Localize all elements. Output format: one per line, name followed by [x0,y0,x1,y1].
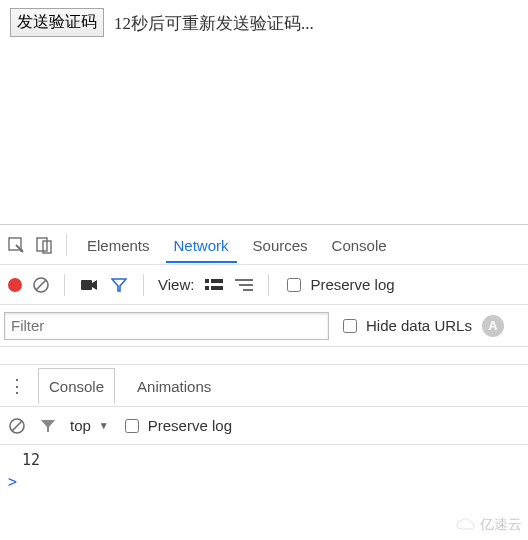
console-toolbar: top ▼ Preserve log [0,407,528,445]
console-prompt[interactable]: > [0,471,528,493]
drawer-tab-animations[interactable]: Animations [127,369,221,403]
preserve-log-checkbox[interactable]: Preserve log [283,275,394,295]
divider [64,274,65,296]
waterfall-icon[interactable] [234,275,254,295]
network-toolbar: View: Preserve log [0,265,528,305]
network-grid-empty [0,347,528,365]
record-icon[interactable] [8,278,22,292]
countdown-text: 12秒后可重新发送验证码... [114,14,314,33]
watermark-text: 亿速云 [480,516,522,534]
svg-rect-9 [211,286,223,290]
drawer-tabs: ⋮ Console Animations [0,365,528,407]
filter-icon[interactable] [109,275,129,295]
camera-icon[interactable] [79,275,99,295]
console-filter-icon[interactable] [38,416,58,436]
console-log-line: 12 [0,449,528,471]
drawer-tab-console[interactable]: Console [38,368,115,404]
kebab-icon[interactable]: ⋮ [8,375,26,397]
large-rows-icon[interactable] [204,275,224,295]
send-code-button[interactable]: 发送验证码 [10,8,104,37]
svg-line-14 [12,421,22,431]
divider [268,274,269,296]
divider [143,274,144,296]
svg-rect-6 [205,279,209,283]
console-context-selector[interactable]: top ▼ [70,417,109,434]
console-context-label: top [70,417,91,434]
svg-rect-7 [211,279,223,283]
devtools-tabbar: Elements Network Sources Console [0,225,528,265]
console-preserve-log-input[interactable] [125,419,139,433]
svg-rect-1 [37,238,47,251]
filter-badge[interactable]: A [482,315,504,337]
hide-data-urls-input[interactable] [343,319,357,333]
clear-icon[interactable] [32,276,50,294]
svg-rect-5 [81,280,92,290]
device-icon[interactable] [34,235,54,255]
filter-input[interactable] [4,312,329,340]
watermark: 亿速云 [456,516,522,534]
svg-rect-12 [243,289,253,291]
preserve-log-label: Preserve log [310,276,394,293]
chevron-down-icon: ▼ [99,420,109,431]
tab-sources[interactable]: Sources [245,227,316,262]
inspect-icon[interactable] [6,235,26,255]
hide-data-urls-checkbox[interactable]: Hide data URLs [339,316,472,336]
devtools-panel: Elements Network Sources Console View: P… [0,224,528,493]
svg-rect-10 [235,279,253,281]
page-content: 发送验证码 12秒后可重新发送验证码... [0,0,528,224]
hide-data-urls-label: Hide data URLs [366,317,472,334]
divider [66,234,67,256]
tab-elements[interactable]: Elements [79,227,158,262]
svg-line-4 [36,280,46,290]
console-clear-icon[interactable] [8,417,26,435]
svg-rect-11 [239,284,253,286]
tab-network[interactable]: Network [166,227,237,263]
console-preserve-log-checkbox[interactable]: Preserve log [121,416,232,436]
tab-console[interactable]: Console [324,227,395,262]
console-preserve-log-label: Preserve log [148,417,232,434]
preserve-log-input[interactable] [287,278,301,292]
view-label: View: [158,276,194,293]
console-body: 12 > [0,445,528,493]
network-filter-bar: Hide data URLs A [0,305,528,347]
svg-rect-8 [205,286,209,290]
